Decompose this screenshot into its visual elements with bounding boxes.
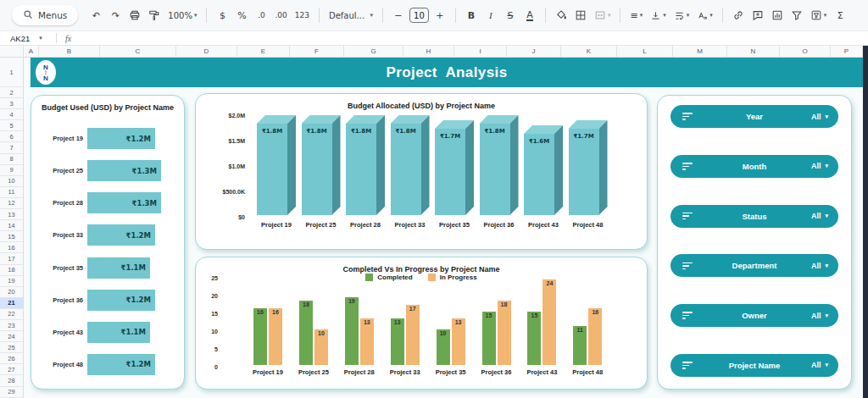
formula-input[interactable]: fx <box>65 34 71 43</box>
row-header-15[interactable]: 15 <box>0 231 23 242</box>
row-header-22[interactable]: 22 <box>0 309 23 320</box>
grouped-bar[interactable]: 17 <box>406 305 420 365</box>
text-wrap-button[interactable]: ▾ <box>671 5 693 25</box>
filter-value-dropdown[interactable]: All▾ <box>811 212 828 220</box>
row-header-27[interactable]: 27 <box>0 364 23 375</box>
row-header-17[interactable]: 17 <box>0 253 23 264</box>
row-header-8[interactable]: 8 <box>0 154 23 165</box>
font-size-input[interactable]: 10 <box>409 8 429 23</box>
row-header-16[interactable]: 16 <box>0 242 23 253</box>
filter-pill-year[interactable]: YearAll▾ <box>670 105 838 128</box>
row-header-21[interactable]: 21 <box>0 298 23 309</box>
row-header-9[interactable]: 9 <box>0 165 23 176</box>
sheet-area[interactable]: N t N Project Analysis Budget Used (USD)… <box>24 58 863 398</box>
row-header-4[interactable]: 4 <box>0 109 23 120</box>
budget-allocated-chart[interactable]: Budget Allocated (USD) by Project Name $… <box>195 93 648 250</box>
row-header-18[interactable]: 18 <box>0 265 23 276</box>
vertical-scrollbar[interactable] <box>863 46 868 398</box>
name-box[interactable]: AK21▾ <box>0 34 53 43</box>
row-header-20[interactable]: 20 <box>0 287 23 298</box>
merge-cells-button[interactable]: ▾ <box>592 5 614 25</box>
increase-decimal-button[interactable]: .00 <box>272 5 289 25</box>
row-header-25[interactable]: 25 <box>0 342 23 353</box>
column-header-B[interactable]: B <box>39 46 100 57</box>
column-3d[interactable]: ₹1.8M <box>302 115 341 215</box>
italic-button[interactable]: I <box>482 5 499 25</box>
column-3d[interactable]: ₹1.8M <box>391 115 430 215</box>
bar[interactable]: ₹1.2M <box>87 224 155 246</box>
font-name-selector[interactable]: Defaul...▾ <box>326 5 376 25</box>
column-header-H[interactable]: H <box>403 46 454 57</box>
row-header-24[interactable]: 24 <box>0 331 23 342</box>
column-3d[interactable]: ₹1.7M <box>569 120 608 215</box>
filter-pill-owner[interactable]: OwnerAll▾ <box>670 304 838 327</box>
filter-value-dropdown[interactable]: All▾ <box>811 113 828 121</box>
grouped-bar[interactable]: 13 <box>360 318 374 365</box>
bar[interactable]: ₹1.2M <box>87 354 155 375</box>
row-header-14[interactable]: 14 <box>0 220 23 231</box>
menus-button[interactable]: Menus <box>12 5 78 25</box>
horizontal-align-button[interactable]: ≡▾ <box>627 5 645 25</box>
grouped-bar[interactable]: 16 <box>253 308 267 365</box>
decrease-decimal-button[interactable]: .0 <box>253 5 270 25</box>
row-header-2[interactable]: 2 <box>0 87 23 98</box>
select-all-corner[interactable] <box>0 46 24 57</box>
filter-pill-project-name[interactable]: Project NameAll▾ <box>670 354 838 377</box>
row-header-11[interactable]: 11 <box>0 187 23 198</box>
grouped-bar[interactable]: 16 <box>269 308 282 365</box>
filter-value-dropdown[interactable]: All▾ <box>811 361 828 369</box>
text-color-button[interactable]: A <box>521 5 538 25</box>
row-header-10[interactable]: 10 <box>0 176 23 187</box>
increase-font-size-button[interactable]: + <box>431 5 448 25</box>
column-3d[interactable]: ₹1.8M <box>346 115 385 215</box>
grouped-bar[interactable]: 13 <box>452 318 465 365</box>
row-header-1[interactable]: 1 <box>0 58 23 87</box>
row-header-28[interactable]: 28 <box>0 375 23 386</box>
grouped-bar[interactable]: 19 <box>345 297 359 365</box>
row-header-5[interactable]: 5 <box>0 120 23 131</box>
filter-views-button[interactable]: ▾ <box>808 5 830 25</box>
create-filter-button[interactable] <box>788 5 805 25</box>
grouped-bar[interactable]: 10 <box>437 329 450 365</box>
more-formats-button[interactable]: 123 <box>292 5 312 25</box>
column-header-A[interactable]: A <box>24 46 39 57</box>
grouped-bar[interactable]: 18 <box>498 301 511 365</box>
grouped-bar[interactable]: 16 <box>588 308 602 365</box>
column-header-F[interactable]: F <box>290 46 344 57</box>
grouped-bar[interactable]: 10 <box>314 329 328 365</box>
filter-value-dropdown[interactable]: All▾ <box>811 262 828 270</box>
functions-button[interactable]: Σ <box>832 5 849 25</box>
filter-pill-month[interactable]: MonthAll▾ <box>670 155 838 178</box>
column-header-L[interactable]: L <box>617 46 673 57</box>
vertical-align-button[interactable]: ▾ <box>648 5 669 25</box>
bar[interactable]: ₹1.1M <box>87 257 150 279</box>
bar[interactable]: ₹1.1M <box>87 322 150 343</box>
row-header-13[interactable]: 13 <box>0 209 23 220</box>
paint-format-button[interactable] <box>146 5 163 25</box>
grouped-bar[interactable]: 24 <box>542 279 556 365</box>
column-3d[interactable]: ₹1.7M <box>435 120 474 215</box>
column-header-N[interactable]: N <box>727 46 780 57</box>
filter-value-dropdown[interactable]: All▾ <box>811 162 828 170</box>
column-3d[interactable]: ₹1.6M <box>524 125 563 215</box>
percent-format-button[interactable]: % <box>233 5 250 25</box>
grouped-bar[interactable]: 18 <box>299 301 313 365</box>
bold-button[interactable]: B <box>463 5 480 25</box>
row-header-26[interactable]: 26 <box>0 353 23 364</box>
redo-button[interactable]: ↷ <box>107 5 124 25</box>
row-header-29[interactable]: 29 <box>0 387 23 398</box>
insert-chart-button[interactable] <box>769 5 786 25</box>
print-button[interactable] <box>126 5 143 25</box>
column-3d[interactable]: ₹1.8M <box>480 115 519 215</box>
budget-used-chart[interactable]: Budget Used (USD) by Project Name Projec… <box>31 95 185 390</box>
grouped-bar[interactable]: 11 <box>573 326 587 365</box>
row-header-6[interactable]: 6 <box>0 131 23 142</box>
column-header-P[interactable]: P <box>831 46 863 57</box>
zoom-button[interactable]: 100%▾ <box>165 5 199 25</box>
insert-link-button[interactable] <box>730 5 747 25</box>
undo-button[interactable]: ↶ <box>87 5 104 25</box>
grouped-bar[interactable]: 15 <box>482 312 496 365</box>
row-header-3[interactable]: 3 <box>0 98 23 109</box>
row-header-12[interactable]: 12 <box>0 198 23 209</box>
row-header-23[interactable]: 23 <box>0 320 23 331</box>
